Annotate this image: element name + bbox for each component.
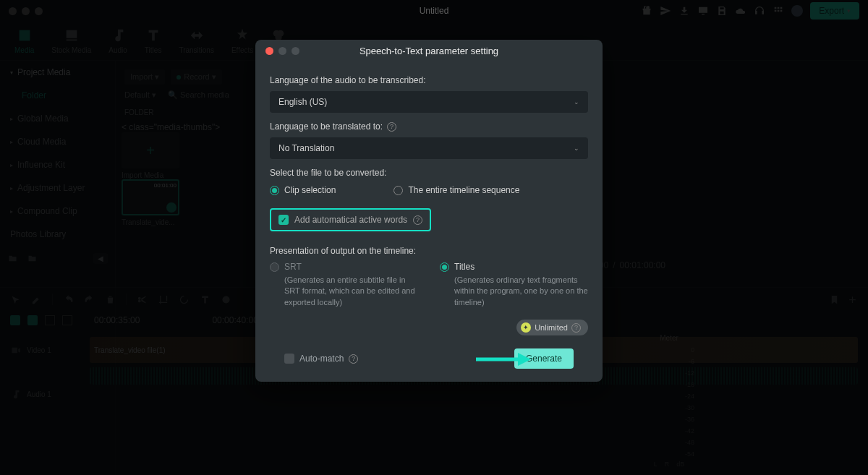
dialog-minimize bbox=[278, 47, 286, 55]
radio-entire-timeline[interactable]: The entire timeline sequence bbox=[393, 185, 519, 195]
speech-to-text-dialog: Speech-to-Text parameter setting Languag… bbox=[255, 40, 603, 382]
checkbox-icon bbox=[284, 354, 294, 364]
auto-active-words-checkbox[interactable]: Add automatical active words ? bbox=[270, 208, 431, 231]
srt-description: (Generates an entire subtitle file in SR… bbox=[270, 275, 418, 308]
help-icon[interactable]: ? bbox=[571, 323, 581, 333]
unlimited-badge: ✦ Unlimited ? bbox=[516, 320, 588, 335]
chevron-down-icon: ⌄ bbox=[574, 98, 579, 106]
checkbox-icon bbox=[278, 215, 289, 225]
star-icon: ✦ bbox=[521, 322, 531, 333]
select-file-label: Select the file to be converted: bbox=[270, 168, 588, 178]
help-icon[interactable]: ? bbox=[387, 122, 396, 132]
radio-icon bbox=[270, 186, 279, 195]
translate-language-select[interactable]: No Translation ⌄ bbox=[270, 137, 588, 159]
radio-titles[interactable]: Titles bbox=[440, 262, 588, 272]
dialog-maximize bbox=[292, 47, 299, 55]
radio-icon bbox=[393, 186, 403, 195]
audio-language-label: Language of the audio to be transcribed: bbox=[270, 75, 588, 85]
auto-match-checkbox[interactable]: Auto-match ? bbox=[284, 354, 358, 364]
translate-language-label: Language to be translated to: ? bbox=[270, 121, 588, 132]
radio-icon bbox=[440, 262, 449, 272]
audio-language-select[interactable]: English (US) ⌄ bbox=[270, 91, 588, 113]
dialog-close[interactable] bbox=[265, 47, 273, 55]
titles-description: (Generates ordinary text fragments withi… bbox=[440, 275, 588, 308]
presentation-label: Presentation of output on the timeline: bbox=[270, 246, 588, 256]
generate-button[interactable]: Generate bbox=[514, 348, 574, 369]
radio-srt: SRT bbox=[270, 262, 418, 272]
help-icon[interactable]: ? bbox=[349, 354, 358, 364]
help-icon[interactable]: ? bbox=[413, 215, 422, 225]
chevron-down-icon: ⌄ bbox=[574, 145, 579, 152]
radio-clip-selection[interactable]: Clip selection bbox=[270, 185, 336, 195]
radio-icon bbox=[270, 262, 279, 272]
dialog-title: Speech-to-Text parameter setting bbox=[359, 46, 498, 56]
